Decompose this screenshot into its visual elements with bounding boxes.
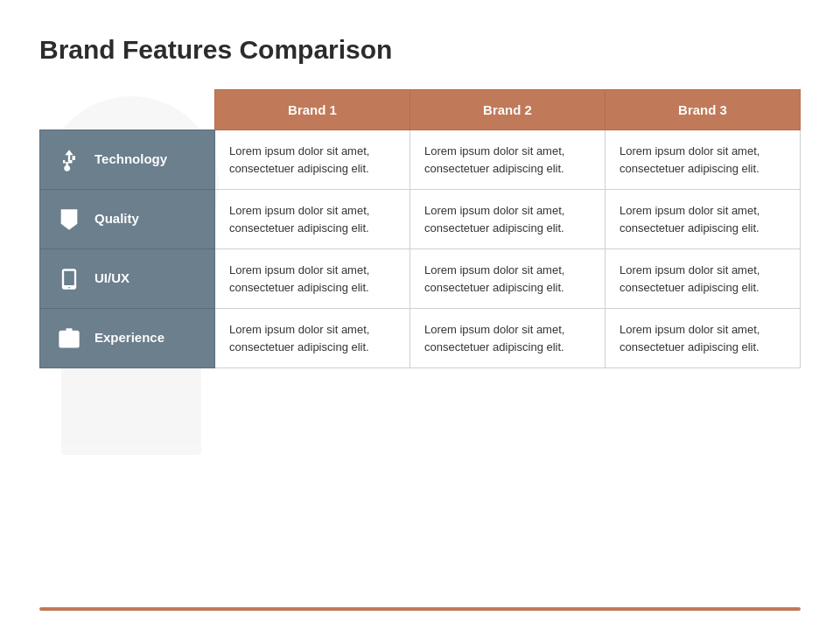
cell-quality-brand1: Lorem ipsum dolor sit amet, consectetuer… [215,190,410,249]
table-row: UI/UXLorem ipsum dolor sit amet, consect… [40,249,801,309]
cell-experience-brand3: Lorem ipsum dolor sit amet, consectetuer… [606,309,801,368]
feature-label-text-technology: Technology [94,150,167,170]
table-row: QualityLorem ipsum dolor sit amet, conse… [40,190,801,249]
briefcase-icon [54,324,84,354]
feature-label-text-experience: Experience [94,328,164,348]
feature-label-uiux: UI/UX [54,264,200,294]
feature-label-text-quality: Quality [94,209,139,229]
header-brand2: Brand 2 [410,90,606,130]
header-empty-cell [40,90,215,130]
cell-experience-brand1: Lorem ipsum dolor sit amet, consectetuer… [215,309,410,368]
cell-technology-brand1: Lorem ipsum dolor sit amet, consectetuer… [215,130,410,190]
cell-quality-brand3: Lorem ipsum dolor sit amet, consectetuer… [606,190,801,249]
feature-label-cell-technology: Technology [40,130,215,190]
feature-label-technology: Technology [54,145,200,175]
table-header-row: Brand 1 Brand 2 Brand 3 [40,90,801,130]
bottom-accent-line [39,607,801,611]
feature-label-cell-experience: Experience [40,309,215,368]
feature-label-cell-quality: Quality [40,190,215,249]
cell-experience-brand2: Lorem ipsum dolor sit amet, consectetuer… [410,309,606,368]
cell-uiux-brand3: Lorem ipsum dolor sit amet, consectetuer… [606,249,801,309]
table-row: TechnologyLorem ipsum dolor sit amet, co… [40,130,801,190]
cell-uiux-brand1: Lorem ipsum dolor sit amet, consectetuer… [215,249,410,309]
header-brand1: Brand 1 [215,90,410,130]
feature-label-text-uiux: UI/UX [94,269,130,289]
cell-uiux-brand2: Lorem ipsum dolor sit amet, consectetuer… [410,249,606,309]
slide: Brand Features Comparison Brand 1 Brand … [0,0,840,630]
header-brand3: Brand 3 [606,90,801,130]
feature-label-experience: Experience [54,324,200,354]
mobile-icon [54,264,84,294]
cell-technology-brand2: Lorem ipsum dolor sit amet, consectetuer… [410,130,606,190]
cell-technology-brand3: Lorem ipsum dolor sit amet, consectetuer… [606,130,801,190]
star-badge-icon [54,205,84,234]
feature-label-quality: Quality [54,205,200,234]
cell-quality-brand2: Lorem ipsum dolor sit amet, consectetuer… [410,190,606,249]
feature-label-cell-uiux: UI/UX [40,249,215,309]
usb-icon [54,145,84,175]
page-title: Brand Features Comparison [39,35,801,65]
comparison-table: Brand 1 Brand 2 Brand 3 TechnologyLorem … [39,89,801,368]
table-row: ExperienceLorem ipsum dolor sit amet, co… [40,309,801,368]
